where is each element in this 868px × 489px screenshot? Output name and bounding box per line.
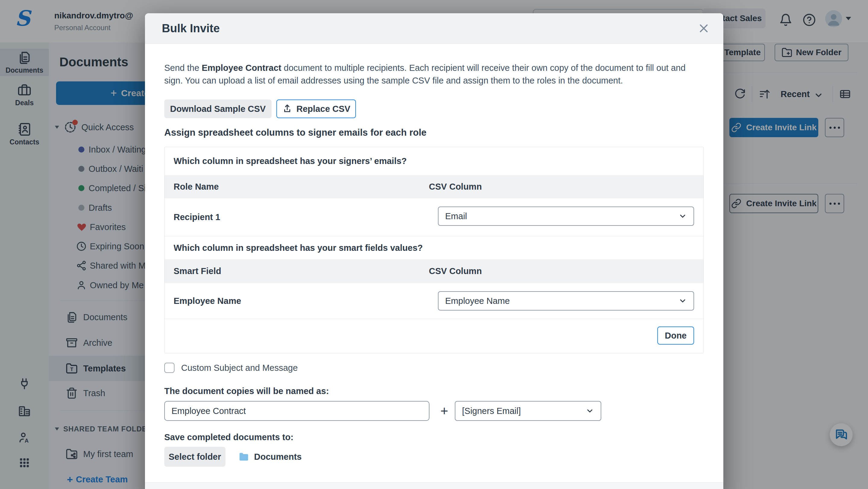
save-folder-name[interactable]: Documents	[254, 447, 302, 467]
bulk-invite-modal: Bulk Invite Send the Employee Contract d…	[145, 13, 723, 489]
chevron-down-icon	[678, 297, 687, 305]
select-folder-button[interactable]: Select folder	[164, 447, 225, 467]
custom-subject-label[interactable]: Custom Subject and Message	[181, 363, 298, 373]
folder-icon	[238, 451, 250, 462]
table-header-row: Role Name CSV Column	[164, 175, 704, 198]
modal-description: Send the Employee Contract document to m…	[164, 61, 704, 87]
column-mapping-box: Which column in spreadsheet has your sig…	[164, 147, 704, 353]
naming-label: The document copies will be named as:	[164, 386, 329, 396]
mapping-section-heading: Assign spreadsheet columns to signer ema…	[164, 127, 427, 138]
close-icon[interactable]	[697, 22, 710, 35]
replace-csv-button[interactable]: Replace CSV	[276, 99, 356, 118]
name-suffix-select[interactable]: [Signers Email]	[455, 401, 601, 421]
table-header-row: Smart Field CSV Column	[164, 259, 704, 283]
save-to-label: Save completed documents to:	[164, 432, 293, 442]
column-header: Smart Field	[164, 266, 429, 276]
modal-title: Bulk Invite	[162, 13, 220, 43]
plus-icon: +	[434, 401, 455, 421]
column-header: CSV Column	[429, 266, 482, 276]
signers-question: Which column in spreadsheet has your sig…	[164, 147, 704, 175]
done-button[interactable]: Done	[657, 327, 694, 344]
modal-footer	[145, 482, 723, 489]
column-header: Role Name	[164, 182, 429, 192]
modal-header	[145, 13, 723, 44]
csv-column-select-smart-field[interactable]: Employee Name	[438, 291, 694, 310]
chevron-down-icon	[586, 407, 594, 415]
smart-fields-question: Which column in spreadsheet has your sma…	[164, 236, 704, 259]
download-sample-csv-button[interactable]: Download Sample CSV	[164, 99, 272, 118]
role-name-cell: Recipient 1	[174, 198, 220, 236]
csv-column-select-role[interactable]: Email	[438, 207, 694, 226]
document-name-bold: Employee Contract	[202, 63, 281, 73]
custom-subject-checkbox[interactable]	[164, 363, 175, 373]
upload-icon	[282, 104, 292, 114]
chevron-down-icon	[678, 212, 687, 220]
app-root: S nikandrov.dmytro@ Personal Account Con…	[0, 0, 868, 489]
column-header: CSV Column	[429, 182, 482, 192]
document-name-input[interactable]	[164, 401, 430, 421]
smart-field-cell: Employee Name	[174, 283, 241, 319]
